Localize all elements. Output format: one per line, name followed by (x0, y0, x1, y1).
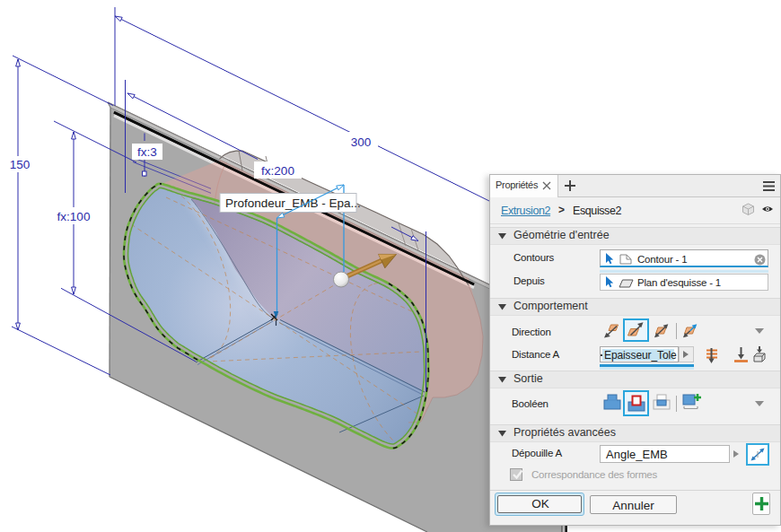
svg-text:fx:3: fx:3 (137, 145, 157, 159)
svg-text:150: 150 (10, 158, 31, 171)
svg-text:fx:200: fx:200 (261, 164, 294, 178)
svg-text:Profondeur_EMB - Epa...: Profondeur_EMB - Epa... (225, 196, 361, 210)
svg-text:fx:100: fx:100 (57, 210, 91, 223)
svg-text:300: 300 (351, 135, 372, 149)
